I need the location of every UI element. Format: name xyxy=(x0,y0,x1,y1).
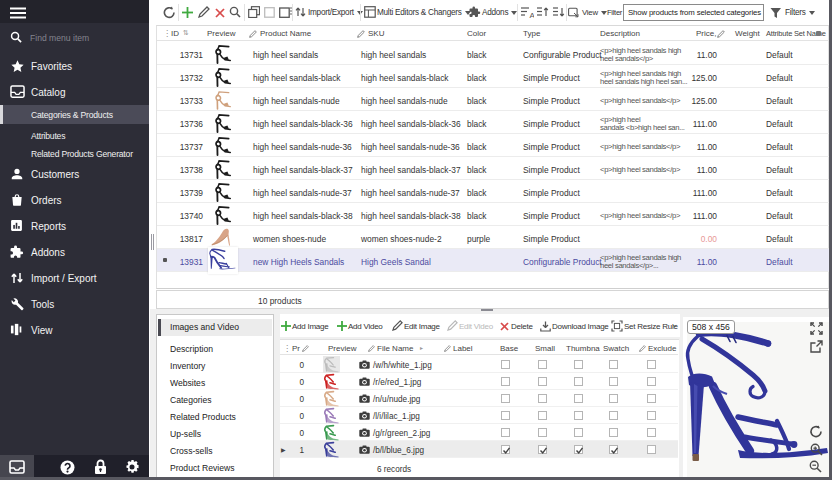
svg-text:A: A xyxy=(530,11,535,19)
